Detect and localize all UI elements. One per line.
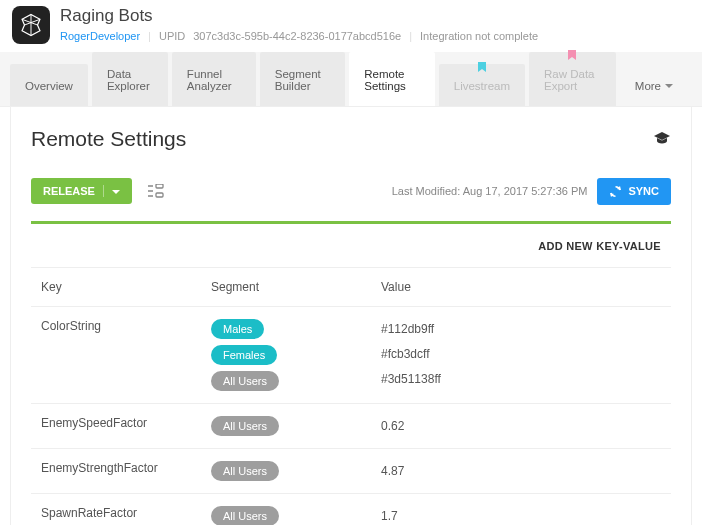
col-header-segment: Segment: [211, 280, 381, 294]
add-new-row: ADD NEW KEY-VALUE: [31, 224, 671, 268]
sync-icon: [609, 185, 622, 198]
tab-livestream[interactable]: Livestream: [439, 64, 525, 106]
value-text: #3d51138ff: [381, 372, 661, 386]
table-row: SpawnRateFactorAll Users1.7: [31, 494, 671, 525]
tab-raw-data-export[interactable]: Raw Data Export: [529, 52, 616, 106]
tab-data-explorer[interactable]: Data Explorer: [92, 52, 168, 106]
col-header-value: Value: [381, 280, 661, 294]
svg-rect-1: [156, 193, 163, 197]
segment-tag[interactable]: Males: [211, 319, 264, 339]
developer-link[interactable]: RogerDeveloper: [60, 30, 140, 42]
cell-key: EnemyStrengthFactor: [41, 461, 211, 475]
upid-label: UPID: [159, 30, 185, 42]
cell-segment: All Users: [211, 506, 381, 525]
cell-value: 4.87: [381, 461, 661, 478]
value-text: #112db9ff: [381, 322, 661, 336]
segment-tag[interactable]: All Users: [211, 461, 279, 481]
table-header: Key Segment Value: [31, 268, 671, 307]
table-row: EnemyStrengthFactorAll Users4.87: [31, 449, 671, 494]
tab-bar: Overview Data Explorer Funnel Analyzer S…: [0, 52, 702, 107]
bookmark-icon: [477, 62, 487, 74]
page-title: Remote Settings: [31, 127, 186, 151]
segment-tag[interactable]: All Users: [211, 506, 279, 525]
cell-value: #112db9ff#fcb3dcff#3d51138ff: [381, 319, 661, 386]
release-button[interactable]: RELEASE: [31, 178, 132, 204]
value-text: 0.62: [381, 419, 661, 433]
cell-segment: All Users: [211, 416, 381, 436]
app-meta: RogerDeveloper | UPID 307c3d3c-595b-44c2…: [60, 30, 538, 42]
tab-funnel-analyzer[interactable]: Funnel Analyzer: [172, 52, 256, 106]
tab-more[interactable]: More: [620, 64, 688, 106]
table-row: EnemySpeedFactorAll Users0.62: [31, 404, 671, 449]
segment-tag[interactable]: All Users: [211, 371, 279, 391]
list-settings-icon[interactable]: [142, 177, 170, 205]
table-row: ColorStringMalesFemalesAll Users#112db9f…: [31, 307, 671, 404]
value-text: #fcb3dcff: [381, 347, 661, 361]
cell-value: 1.7: [381, 506, 661, 523]
cell-key: EnemySpeedFactor: [41, 416, 211, 430]
tab-segment-builder[interactable]: Segment Builder: [260, 52, 346, 106]
table-body: ColorStringMalesFemalesAll Users#112db9f…: [31, 307, 671, 525]
svg-rect-0: [156, 184, 163, 188]
value-text: 1.7: [381, 509, 661, 523]
unity-logo-icon: [12, 6, 50, 44]
segment-tag[interactable]: All Users: [211, 416, 279, 436]
segment-tag[interactable]: Females: [211, 345, 277, 365]
upid-value: 307c3d3c-595b-44c2-8236-0177abcd516e: [193, 30, 401, 42]
cell-value: 0.62: [381, 416, 661, 433]
unity-icon: [18, 12, 44, 38]
app-header: Raging Bots RogerDeveloper | UPID 307c3d…: [0, 0, 702, 52]
value-text: 4.87: [381, 464, 661, 478]
tab-remote-settings[interactable]: Remote Settings: [349, 52, 435, 106]
cell-segment: All Users: [211, 461, 381, 481]
last-modified: Last Modified: Aug 17, 2017 5:27:36 PM: [392, 185, 588, 197]
add-new-key-value-button[interactable]: ADD NEW KEY-VALUE: [538, 240, 661, 252]
tab-overview[interactable]: Overview: [10, 64, 88, 106]
integration-status: Integration not complete: [420, 30, 538, 42]
action-bar: RELEASE Last Modified: Aug 17, 2017 5:27…: [31, 177, 671, 205]
sync-button[interactable]: SYNC: [597, 178, 671, 205]
chevron-down-icon: [665, 84, 673, 89]
page-content: Remote Settings RELEASE Last Modified: A…: [10, 107, 692, 525]
cell-segment: MalesFemalesAll Users: [211, 319, 381, 391]
app-title: Raging Bots: [60, 6, 538, 26]
caret-down-icon: [103, 185, 120, 197]
col-header-key: Key: [41, 280, 211, 294]
graduation-cap-icon[interactable]: [653, 131, 671, 148]
cell-key: ColorString: [41, 319, 211, 333]
bookmark-icon: [567, 50, 577, 62]
cell-key: SpawnRateFactor: [41, 506, 211, 520]
